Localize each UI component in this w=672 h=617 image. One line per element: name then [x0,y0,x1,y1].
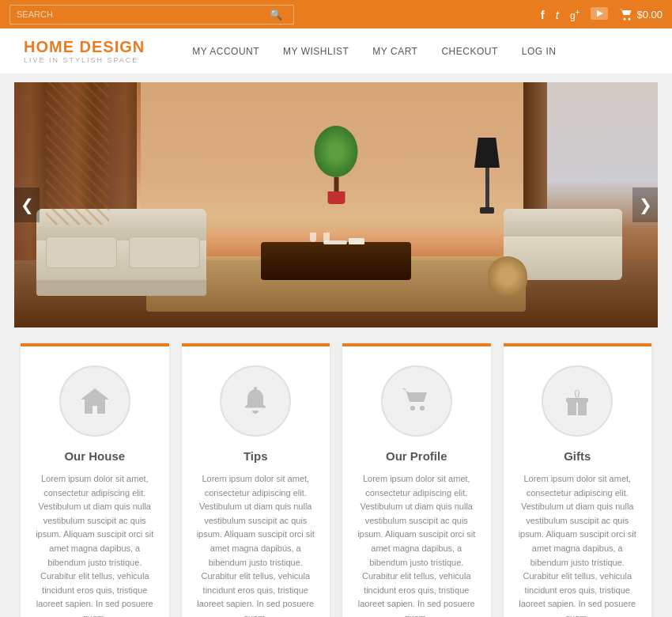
slider-arrow-left[interactable]: ❮ [14,187,40,222]
logo-subtitle: LIVE IN STYLISH SPACE [24,56,145,64]
feature-card-our-profile: Our Profile Lorem ipsum dolor sit amet, … [342,343,491,617]
cards-section: Our House Lorem ipsum dolor sit amet, co… [0,327,672,617]
youtube-icon[interactable] [591,7,608,22]
cart-amount: $0.00 [636,9,663,21]
svg-rect-6 [578,403,587,415]
search-button[interactable]: 🔍 [263,6,289,24]
card-icon-circle-tips [220,365,291,437]
facebook-icon[interactable]: f [541,8,545,21]
search-input[interactable] [10,6,263,23]
slider-arrow-right[interactable]: ❯ [632,187,658,222]
nav-checkout[interactable]: CHECKOUT [441,46,497,57]
nav-my-cart[interactable]: MY CART [372,46,417,57]
googleplus-icon[interactable]: g+ [570,8,580,21]
svg-rect-5 [568,403,576,415]
hero-slider: ❮ ❯ [14,82,658,327]
nav-log-in[interactable]: LOG IN [522,46,557,57]
card-icon-circle-gifts [542,365,613,437]
card-text-gifts: Lorem ipsum dolor sit amet, consectetur … [516,472,640,617]
card-text-our-profile: Lorem ipsum dolor sit amet, consectetur … [355,472,478,617]
card-title-tips: Tips [244,449,268,463]
card-title-gifts: Gifts [564,449,591,463]
feature-card-tips: Tips Lorem ipsum dolor sit amet, consect… [182,343,330,617]
svg-point-2 [624,18,626,21]
feature-card-our-house: Our House Lorem ipsum dolor sit amet, co… [21,343,169,617]
card-text-our-house: Lorem ipsum dolor sit amet, consectetur … [33,472,157,617]
search-form[interactable]: 🔍 [9,5,294,25]
logo-area: HOME DESIGN LIVE IN STYLISH SPACE [24,38,145,64]
card-title-our-profile: Our Profile [386,449,447,463]
svg-rect-4 [566,398,588,403]
logo-title: HOME DESIGN [24,38,145,56]
svg-point-3 [629,18,631,21]
card-title-our-house: Our House [64,449,125,463]
nav-my-account[interactable]: MY ACCOUNT [192,46,259,57]
cart-area[interactable]: $0.00 [619,8,663,21]
tumblr-icon[interactable]: t [556,8,559,21]
card-icon-circle-our-profile [381,365,452,437]
feature-card-gifts: Gifts Lorem ipsum dolor sit amet, consec… [504,343,652,617]
hero-image [14,82,658,327]
site-header: HOME DESIGN LIVE IN STYLISH SPACE MY ACC… [0,28,672,74]
card-icon-circle-our-house [59,365,130,437]
main-nav: MY ACCOUNT MY WISHLIST MY CART CHECKOUT … [192,46,556,57]
nav-my-wishlist[interactable]: MY WISHLIST [283,46,349,57]
social-icons: f t g+ $0.00 [541,7,663,22]
card-text-tips: Lorem ipsum dolor sit amet, consectetur … [194,472,318,617]
top-bar: 🔍 f t g+ $0.00 [0,0,672,28]
